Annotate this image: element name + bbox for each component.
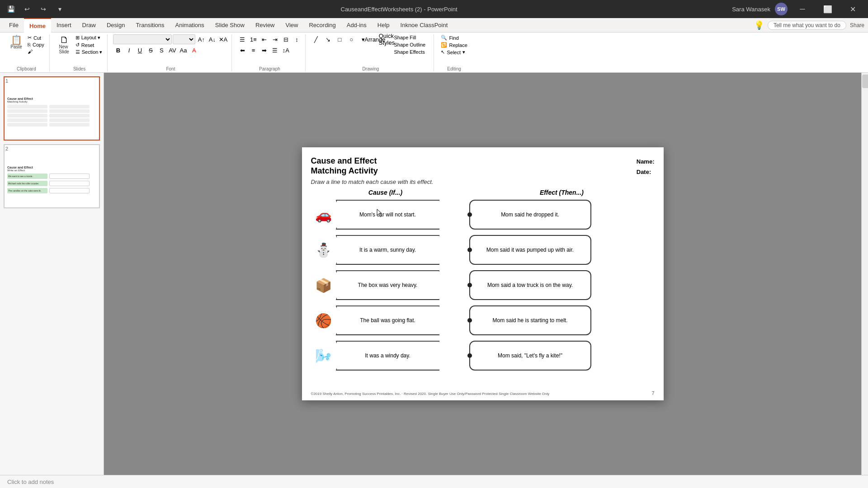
cause-text-3: The box was very heavy.: [358, 282, 418, 288]
char-spacing-button[interactable]: AV: [167, 45, 177, 55]
name-date-box: Name: Date:: [637, 156, 655, 178]
slide-page[interactable]: Name: Date: Cause and Effect Matching Ac…: [302, 147, 664, 400]
cut-button[interactable]: ✂ Cut: [26, 34, 46, 41]
line-shape[interactable]: ╱: [311, 34, 321, 44]
share-button[interactable]: Share: [850, 22, 864, 28]
section-button[interactable]: ☰ Section ▾: [74, 49, 104, 56]
italic-button[interactable]: I: [124, 45, 134, 55]
effect-text-5: Mom said, "Let's fly a kite!": [498, 352, 562, 359]
align-left-button[interactable]: ⬅: [237, 45, 247, 55]
arrow-shape[interactable]: ↘: [323, 34, 333, 44]
effect-text-1: Mom said he dropped it.: [501, 211, 559, 218]
paste-button[interactable]: 📋 Paste: [7, 34, 25, 50]
columns-button[interactable]: ⊟: [281, 34, 291, 44]
cause-hex-4: The ball was going flat.: [336, 305, 440, 335]
user-avatar[interactable]: SW: [775, 3, 788, 15]
cause-row-2: ⛄ It is a warm, sunny day.: [311, 234, 460, 266]
tab-animations[interactable]: Animations: [170, 18, 210, 33]
strikethrough-button[interactable]: S: [146, 45, 156, 55]
quick-styles-button[interactable]: Quick Styles: [382, 34, 392, 44]
tell-me-box[interactable]: Tell me what you want to do: [768, 21, 846, 30]
notes-bar[interactable]: Click to add notes: [0, 475, 868, 488]
minimize-button[interactable]: ─: [792, 0, 813, 18]
cause-dot-2: [437, 248, 442, 252]
slide-thumb-1[interactable]: 1 Cause and Effect Matching Activity: [4, 76, 100, 141]
new-slide-button[interactable]: 🗋 NewSlide: [55, 34, 73, 55]
worksheet-body: Cause (If...) 🚗 Mom's car will not start…: [311, 189, 655, 375]
ribbon: File Home Insert Draw Design Transitions…: [0, 18, 868, 73]
tab-file[interactable]: File: [4, 18, 24, 33]
shape-effects-button[interactable]: Shape Effects: [392, 49, 427, 55]
select-button[interactable]: ↖ Select ▾: [439, 49, 468, 56]
shape-gallery: ╱ ↘ □ ○ ▾ Arrange Quick Styles: [311, 34, 392, 44]
effect-dot-4: [467, 318, 472, 323]
increase-indent-button[interactable]: ⇥: [270, 34, 280, 44]
close-button[interactable]: ✕: [843, 0, 863, 18]
underline-button[interactable]: U: [135, 45, 145, 55]
oval-shape[interactable]: ○: [346, 34, 356, 44]
car-icon: 🚗: [311, 202, 336, 227]
tab-help[interactable]: Help: [372, 18, 395, 33]
undo-button[interactable]: ↩: [21, 3, 33, 15]
bullets-button[interactable]: ☰: [237, 34, 247, 44]
numbering-button[interactable]: 1≡: [248, 34, 258, 44]
copy-button[interactable]: ⎘ Copy: [26, 42, 46, 48]
font-size-select[interactable]: [173, 34, 195, 44]
decrease-font-button[interactable]: A↓: [207, 34, 217, 44]
replace-button[interactable]: 🔁 Replace: [439, 42, 468, 48]
reset-button[interactable]: ↺ Reset: [74, 42, 104, 48]
effect-header: Effect (Then...): [469, 189, 655, 196]
redo-button[interactable]: ↪: [37, 3, 50, 15]
effect-text-2: Mom said it was pumped up with air.: [486, 247, 574, 253]
clipboard-group: 📋 Paste ✂ Cut ⎘ Copy 🖌 Clipboard: [4, 34, 50, 71]
shape-outline-button[interactable]: Shape Outline: [392, 42, 427, 48]
snowman-icon: ⛄: [311, 238, 336, 263]
increase-font-button[interactable]: A↑: [196, 34, 206, 44]
tab-view[interactable]: View: [280, 18, 304, 33]
align-center-button[interactable]: ≡: [248, 45, 258, 55]
effect-dot-1: [467, 212, 472, 217]
shape-fill-button[interactable]: Shape Fill: [392, 34, 427, 41]
section-icon: ☰: [75, 49, 80, 55]
format-painter-button[interactable]: 🖌: [26, 48, 46, 55]
tab-recording[interactable]: Recording: [303, 18, 341, 33]
restore-button[interactable]: ⬜: [817, 0, 838, 18]
tab-design[interactable]: Design: [101, 18, 130, 33]
tab-home[interactable]: Home: [24, 18, 51, 33]
shadow-button[interactable]: S: [156, 45, 166, 55]
slide-thumb-2[interactable]: 2 Cause and Effect Write an Effect We we…: [4, 144, 100, 208]
effect-dot-5: [467, 353, 472, 358]
notes-placeholder[interactable]: Click to add notes: [7, 479, 54, 485]
justify-button[interactable]: ☰: [270, 45, 280, 55]
change-case-button[interactable]: Aa: [178, 45, 188, 55]
tab-insert[interactable]: Insert: [51, 18, 77, 33]
tab-review[interactable]: Review: [250, 18, 280, 33]
right-scrollbar[interactable]: [861, 73, 868, 475]
layout-button[interactable]: ⊞ Layout ▾: [74, 34, 104, 41]
effect-box-4: Mom said he is starting to melt.: [469, 305, 591, 335]
slide-canvas[interactable]: Name: Date: Cause and Effect Matching Ac…: [104, 73, 861, 475]
decrease-indent-button[interactable]: ⇤: [259, 34, 269, 44]
cause-text-5: It was a windy day.: [365, 352, 410, 359]
cause-row-4: 🏀 The ball was going flat.: [311, 305, 460, 336]
clear-format-button[interactable]: ✕A: [218, 34, 228, 44]
cause-header: Cause (If...): [311, 189, 460, 196]
find-button[interactable]: 🔍 Find: [439, 34, 468, 41]
bold-button[interactable]: B: [113, 45, 123, 55]
line-spacing-button[interactable]: ↕: [292, 34, 302, 44]
cause-column: Cause (If...) 🚗 Mom's car will not start…: [311, 189, 460, 375]
customize-qat-button[interactable]: ▾: [53, 3, 66, 15]
tab-draw[interactable]: Draw: [77, 18, 101, 33]
tab-addins[interactable]: Add-ins: [341, 18, 372, 33]
font-family-select[interactable]: [113, 34, 172, 44]
tab-transitions[interactable]: Transitions: [130, 18, 170, 33]
align-right-button[interactable]: ➡: [259, 45, 269, 55]
rect-shape[interactable]: □: [335, 34, 344, 44]
tab-slideshow[interactable]: Slide Show: [210, 18, 250, 33]
scrollbar-thumb[interactable]: [862, 75, 868, 88]
layout-icon: ⊞: [75, 35, 80, 41]
text-direction-button[interactable]: ↕A: [281, 45, 291, 55]
tab-inknoe[interactable]: Inknoe ClassPoint: [395, 18, 453, 33]
font-color-button[interactable]: A: [189, 45, 199, 55]
save-button[interactable]: 💾: [5, 3, 17, 15]
